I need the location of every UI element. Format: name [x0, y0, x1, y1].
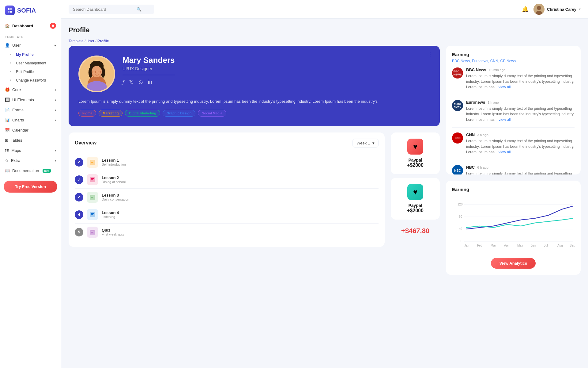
docs-icon: 📖	[5, 168, 10, 173]
user-name-label: Christina Carey	[547, 7, 576, 12]
app-logo[interactable]: SOFIA	[0, 0, 61, 20]
chevron-right-icon: ›	[55, 88, 56, 92]
lesson-icon	[87, 157, 98, 168]
overview-card: Overview Week 1 ▾ ✓	[69, 132, 385, 247]
lesson-step: ✓	[75, 193, 83, 201]
lesson-icon	[87, 192, 98, 203]
sidebar-item-edit-profile[interactable]: Edit Profile	[0, 67, 61, 76]
header: 🔍 🔔 Christina Carey ▾	[61, 0, 588, 19]
news-item-bbc: BBCNEWS BBC News 15 min ago Lorem Ipsum …	[452, 67, 575, 95]
svg-rect-2	[8, 11, 9, 13]
list-item: ✓ Lesson 3 Daily conversation	[75, 189, 379, 206]
tag-digital-marketing: Digital Marketing	[125, 110, 160, 117]
sidebar-item-dashboard[interactable]: 🏠 Dashboard 9	[0, 20, 61, 32]
left-column: ⋮	[69, 46, 440, 275]
page-title: Profile	[69, 26, 581, 34]
news-content: Euronews 1 h ago Lorem Ipsum is simply d…	[466, 100, 575, 122]
github-icon[interactable]: ⊙	[138, 79, 143, 86]
content-grid: ⋮	[69, 46, 581, 275]
profile-card-top: Mary Sanders UI/UX Designer 𝑓 𝕏 ⊙ in	[78, 56, 430, 92]
sidebar-item-tables[interactable]: ⊞ Tables	[0, 135, 61, 145]
sidebar-item-user-management[interactable]: User Management	[0, 59, 61, 67]
cnn-logo: CNN	[452, 132, 463, 144]
paypal-icon-1: ♥	[407, 139, 423, 155]
overview-title: Overview	[75, 140, 96, 146]
lesson-icon	[87, 227, 98, 238]
svg-text:0: 0	[461, 240, 462, 243]
logo-icon	[5, 6, 15, 15]
linkedin-icon[interactable]: in	[148, 79, 152, 86]
twitter-icon[interactable]: 𝕏	[129, 79, 134, 86]
svg-point-14	[92, 66, 102, 77]
tag-figma: Figma	[78, 110, 96, 117]
lesson-list: ✓ Lesson 1 Self introduction	[75, 154, 379, 241]
notification-bell-icon[interactable]: 🔔	[522, 6, 529, 13]
chart-title: Earning	[452, 187, 575, 192]
sidebar-item-my-profile[interactable]: My Profile	[0, 50, 61, 59]
user-menu[interactable]: Christina Carey ▾	[533, 4, 581, 15]
profile-bio: Lorem Ipsum is simply dummy text of the …	[78, 98, 430, 105]
chevron-right-icon: ›	[55, 148, 56, 153]
view-all-link[interactable]: view all	[499, 85, 511, 89]
earning-sources: BBC News, Euronews, CNN, GB News	[452, 59, 575, 63]
search-bar[interactable]: 🔍	[69, 5, 154, 14]
avatar	[533, 4, 545, 15]
sidebar-item-ui-elements[interactable]: 🔲 UI Elements ›	[0, 95, 61, 105]
lesson-text: Lesson 4 Listening	[102, 210, 379, 219]
sidebar-item-maps[interactable]: 🗺 Maps ›	[0, 145, 61, 155]
week-select[interactable]: Week 1 ▾	[352, 139, 379, 148]
total-amount: +$467.80	[391, 223, 440, 239]
svg-rect-20	[91, 161, 94, 161]
sidebar-item-extra[interactable]: ☆ Extra ›	[0, 155, 61, 166]
lesson-text: Quiz First week quiz	[102, 228, 379, 236]
facebook-icon[interactable]: 𝑓	[123, 79, 124, 86]
news-content: CNN 3 h ago Lorem Ipsum is simply dummy …	[466, 132, 575, 155]
right-column: Earning BBC News, Euronews, CNN, GB News…	[446, 46, 581, 275]
view-analytics-button[interactable]: View Analytics	[491, 258, 536, 269]
sidebar-item-core[interactable]: 🎁 Core ›	[0, 85, 61, 95]
search-icon[interactable]: 🔍	[137, 7, 141, 12]
sidebar-item-documentation[interactable]: 📖 Documentation new	[0, 166, 61, 176]
chevron-right-icon: ›	[55, 159, 56, 163]
lesson-text: Lesson 3 Daily conversation	[102, 193, 379, 201]
chevron-right-icon: ›	[55, 98, 56, 102]
svg-rect-1	[10, 8, 12, 10]
more-options-icon[interactable]: ⋮	[427, 51, 434, 58]
view-all-link[interactable]: view all	[499, 150, 511, 154]
news-item-nbc: NBC NBC 6 h ago Lorem Ipsum is simply du…	[452, 165, 575, 174]
main-area: 🔍 🔔 Christina Carey ▾ Profile Template	[61, 0, 588, 368]
extra-icon: ☆	[5, 158, 9, 163]
new-badge: new	[43, 169, 51, 173]
sidebar-item-forms[interactable]: 📄 Forms ›	[0, 105, 61, 115]
sidebar-item-charts[interactable]: 📊 Charts ›	[0, 115, 61, 125]
svg-text:May: May	[517, 244, 523, 247]
chevron-down-icon: ▾	[579, 7, 581, 11]
euronews-logo: EURONEWS	[452, 100, 463, 111]
sidebar-item-user[interactable]: 👤 User ▾	[0, 40, 61, 50]
profile-card: ⋮	[69, 46, 440, 126]
profile-tags: Figma Marketing Digital Marketing Graphi…	[78, 110, 430, 117]
svg-text:Apr: Apr	[504, 244, 509, 247]
tag-graphic-design: Graphic Design	[163, 110, 195, 117]
bbc-logo: BBCNEWS	[452, 67, 463, 79]
lesson-text: Lesson 2 Dialog at school	[102, 175, 379, 184]
try-free-button[interactable]: Try Free Version	[4, 181, 57, 193]
search-input[interactable]	[73, 7, 134, 12]
profile-role: UI/UX Designer	[123, 66, 175, 71]
ui-icon: 🔲	[5, 98, 10, 102]
paypal-name-2: Paypal	[408, 203, 422, 208]
sidebar-section-template: TEMPLATE	[0, 32, 61, 40]
sidebar-item-change-password[interactable]: Change Password	[0, 76, 61, 85]
overview-row: Overview Week 1 ▾ ✓	[69, 132, 440, 247]
chevron-right-icon: ›	[55, 108, 56, 112]
paypal-name-1: Paypal	[408, 158, 422, 163]
svg-rect-37	[91, 232, 93, 232]
view-all-link[interactable]: view all	[499, 117, 511, 122]
breadcrumb: Template / User / Profile	[69, 39, 581, 43]
paypal-card-1: ♥ Paypal +$2000	[391, 132, 440, 174]
chevron-right-icon: ›	[55, 118, 56, 122]
earning-news-title: Earning	[452, 52, 575, 57]
news-item-cnn: CNN CNN 3 h ago Lorem Ipsum is simply du…	[452, 132, 575, 160]
sidebar-item-calendar[interactable]: 📅 Calendar	[0, 125, 61, 135]
svg-text:Feb: Feb	[477, 244, 483, 247]
